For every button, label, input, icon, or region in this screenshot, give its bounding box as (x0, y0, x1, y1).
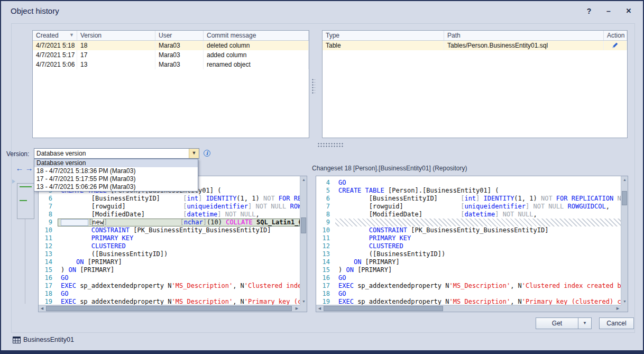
line-number: 5 (316, 187, 335, 195)
version-combobox-value: Database version (36, 150, 187, 157)
sql-code-view[interactable]: GOCREATE TABLE [Person].[BusinessEntity0… (335, 176, 621, 305)
scroll-down-arrow[interactable]: ▼ (300, 298, 307, 305)
table-row[interactable]: 4/7/2021 5:18 PM18Mara03deleted column (33, 41, 309, 50)
scrollbar-corner (300, 305, 307, 312)
version-dropdown-list: Database version18 - 4/7/2021 5:18:36 PM… (34, 159, 198, 192)
changed-word-box: new (92, 219, 104, 226)
line-number: 12 (39, 242, 58, 250)
line-number: 6 (39, 195, 58, 203)
line-number: 12 (316, 242, 335, 250)
minimize-button[interactable]: – (601, 5, 616, 17)
code-line: ([BusinessEntityID]) (338, 250, 621, 258)
changeset-title: Changeset 18 [Person].[BusinessEntity01]… (312, 165, 467, 172)
get-dropdown-button[interactable]: ▼ (578, 317, 592, 329)
vertical-scrollbar[interactable]: ▲ ▼ (621, 176, 628, 305)
vertical-scrollbar[interactable]: ▲ ▼ (300, 176, 307, 305)
column-header-path[interactable]: Path (444, 31, 604, 40)
code-line: PRIMARY KEY (61, 234, 300, 242)
table-row[interactable]: TableTables/Person.BusinessEntity01.sql (323, 41, 627, 50)
column-header-commit-message[interactable]: Commit message (204, 31, 309, 40)
line-number: 7 (316, 203, 335, 211)
code-line: CLUSTERED (338, 242, 621, 250)
line-number: 6 (316, 195, 335, 203)
code-line: CONSTRAINT [PK_BusinessEntity_BusinessEn… (338, 226, 621, 234)
column-header-created[interactable]: Created▼ (33, 31, 77, 40)
table-cell: 4/7/2021 5:18 PM (33, 41, 77, 50)
code-line: PRIMARY KEY (338, 234, 621, 242)
sql-code-view[interactable]: GOCREATE TABLE [Person].[BusinessEntity0… (58, 176, 300, 305)
table-cell-action (604, 41, 627, 50)
code-line: GO (338, 290, 621, 298)
dropdown-item[interactable]: 13 - 4/7/2021 5:06:26 PM (Mara03) (34, 183, 198, 191)
help-button[interactable]: ? (582, 5, 596, 17)
table-cell: 4/7/2021 5:17 PM (33, 50, 77, 60)
scroll-right-arrow[interactable]: ▶ (293, 305, 300, 312)
horizontal-splitter-grip[interactable] (317, 142, 344, 147)
line-number: 11 (39, 234, 58, 242)
line-number: 9 (316, 219, 335, 226)
files-table-header: TypePathAction (323, 31, 627, 41)
line-number: 8 (39, 211, 58, 219)
line-number: 10 (316, 226, 335, 234)
line-number-gutter: 45678910111213141516171819 (316, 176, 335, 305)
table-cell: 18 (77, 41, 155, 50)
line-number: 4 (316, 179, 335, 187)
column-header-user[interactable]: User (155, 31, 204, 40)
scroll-left-arrow[interactable]: ◀ (316, 305, 323, 312)
table-cell: 17 (77, 50, 155, 60)
changed-whitespace-box (61, 219, 88, 226)
line-number: 15 (39, 266, 58, 274)
scroll-up-arrow[interactable]: ▲ (621, 176, 628, 183)
get-button[interactable]: Get (536, 317, 578, 329)
line-number: 11 (316, 234, 335, 242)
vertical-scrollbar-thumb[interactable] (622, 191, 627, 205)
code-line: ON [PRIMARY] (61, 258, 300, 266)
line-number: 17 (316, 282, 335, 290)
code-line: GO (61, 274, 300, 282)
table-cell-path: Tables/Person.BusinessEntity01.sql (444, 41, 604, 50)
column-header-action[interactable]: Action (604, 31, 627, 40)
previous-difference-button[interactable]: ← (15, 164, 24, 173)
table-cell-type: Table (323, 41, 444, 50)
dropdown-item[interactable]: Database version (34, 159, 198, 167)
scrollbar-corner (621, 305, 628, 312)
line-number-gutter: 45678910111213141516171819 (39, 176, 58, 305)
history-table-header: Created▼VersionUserCommit message (33, 31, 309, 41)
cancel-button[interactable]: Cancel (599, 317, 634, 329)
scroll-left-arrow[interactable]: ◀ (39, 305, 45, 312)
column-header-version[interactable]: Version (77, 31, 155, 40)
scroll-up-arrow[interactable]: ▲ (300, 176, 307, 183)
next-difference-button[interactable]: → (24, 164, 34, 173)
close-button[interactable]: ✕ (621, 5, 636, 17)
files-table-rows: TableTables/Person.BusinessEntity01.sql (323, 41, 627, 50)
pencil-icon[interactable] (612, 43, 619, 50)
table-row[interactable]: 4/7/2021 5:06 PM13Mara03renamed object (33, 60, 309, 69)
column-header-type[interactable]: Type (323, 31, 444, 40)
code-line: GO (61, 290, 300, 298)
combobox-dropdown-button[interactable]: ▼ (189, 149, 199, 158)
version-combobox[interactable]: Database version ▼ (34, 148, 199, 159)
line-number: 18 (39, 290, 58, 298)
dropdown-item[interactable]: 18 - 4/7/2021 5:18:36 PM (Mara03) (34, 167, 198, 175)
horizontal-scrollbar-thumb[interactable] (324, 306, 443, 311)
object-history-dialog: Object history ? – ✕ Created▼VersionUser… (0, 0, 644, 354)
vertical-scrollbar-thumb[interactable] (301, 217, 306, 233)
diff-map[interactable] (17, 183, 34, 219)
table-row[interactable]: 4/7/2021 5:17 PM17Mara03added column (33, 50, 309, 60)
code-line: EXEC sp_addextendedproperty N'MS_Descrip… (61, 282, 300, 290)
changed-code-line: [new] [nchar](10) COLLATE SQL_Latin1_Gen… (58, 219, 300, 226)
horizontal-scrollbar-thumb[interactable] (46, 306, 292, 311)
vertical-splitter-grip[interactable] (311, 78, 315, 94)
dropdown-item[interactable]: 17 - 4/7/2021 5:17:55 PM (Mara03) (34, 175, 198, 183)
table-cell: 13 (77, 60, 155, 69)
horizontal-scrollbar[interactable]: ◀ ▶ (39, 305, 300, 312)
diff-map-change-marker (20, 186, 32, 187)
code-line: CLUSTERED (61, 242, 300, 250)
code-line: EXEC sp_addextendedproperty N'MS_Descrip… (61, 298, 300, 305)
code-line: ([BusinessEntityID]) (61, 250, 300, 258)
status-bar: BusinessEntity01 (1, 333, 643, 350)
scroll-down-arrow[interactable]: ▼ (621, 298, 628, 305)
horizontal-scrollbar[interactable]: ◀ ▶ (316, 305, 621, 312)
table-icon (13, 337, 21, 345)
scroll-right-arrow[interactable]: ▶ (614, 305, 621, 312)
